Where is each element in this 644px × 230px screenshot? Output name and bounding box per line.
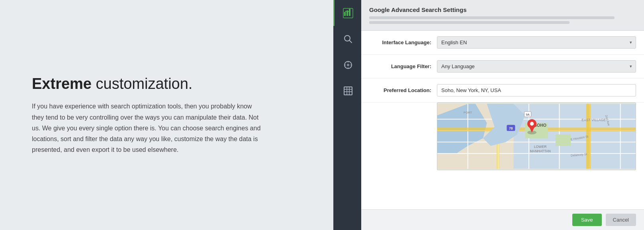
language-filter-control: Any Language (437, 60, 636, 73)
preferred-location-label: Preferred Location: (369, 87, 437, 93)
headline-rest: customization. (92, 75, 192, 92)
panel-body: Interface Language: English EN Language … (361, 31, 644, 209)
desc-line-2 (369, 21, 570, 24)
sidebar-item-table[interactable] (333, 78, 361, 104)
preferred-location-row: Preferred Location: (361, 79, 644, 102)
main-panel: Google Advanced Search Settings Interfac… (361, 0, 644, 230)
map-container[interactable]: 78 9A SOHO LOWER MANHATTAN EAST VILLAGE … (437, 102, 636, 170)
headline-bold: Extreme (32, 75, 92, 92)
left-content-section: Extreme customization. If you have exper… (0, 0, 333, 230)
cancel-button[interactable]: Cancel (606, 214, 636, 226)
panel-footer: Save Cancel (361, 209, 644, 230)
sidebar-item-search[interactable] (333, 26, 361, 52)
panel-title: Google Advanced Search Settings (369, 6, 636, 13)
interface-language-select-wrapper[interactable]: English EN (437, 36, 636, 49)
svg-text:LOWER: LOWER (534, 145, 547, 149)
preferred-location-control (437, 84, 636, 96)
language-filter-select[interactable]: Any Language (437, 60, 636, 73)
svg-text:78: 78 (509, 126, 513, 130)
interface-language-select[interactable]: English EN (437, 36, 636, 49)
language-filter-label: Language Filter: (369, 63, 437, 69)
right-section: Google Advanced Search Settings Interfac… (333, 0, 644, 230)
svg-point-7 (347, 64, 349, 66)
body-paragraph: If you have experience with search optim… (32, 101, 263, 155)
save-button[interactable]: Save (572, 214, 602, 226)
svg-rect-12 (344, 87, 352, 95)
svg-text:MANHATTAN: MANHATTAN (530, 149, 550, 153)
svg-rect-36 (556, 134, 571, 146)
search-icon (343, 34, 353, 44)
map-svg: 78 9A SOHO LOWER MANHATTAN EAST VILLAGE … (437, 103, 636, 170)
desc-line-1 (369, 16, 615, 19)
sidebar-item-chart[interactable] (333, 0, 361, 26)
interface-language-control: English EN (437, 36, 636, 49)
language-filter-row: Language Filter: Any Language (361, 55, 644, 79)
headline: Extreme customization. (32, 75, 301, 93)
svg-point-51 (530, 122, 534, 126)
sidebar-item-compass[interactable] (333, 52, 361, 78)
svg-line-5 (349, 40, 352, 43)
panel-header: Google Advanced Search Settings (361, 0, 644, 31)
interface-language-row: Interface Language: English EN (361, 31, 644, 55)
interface-language-label: Interface Language: (369, 39, 437, 45)
chart-icon (343, 8, 353, 18)
sidebar (333, 0, 361, 230)
language-filter-select-wrapper[interactable]: Any Language (437, 60, 636, 73)
svg-text:9A: 9A (526, 113, 530, 116)
compass-icon (343, 60, 353, 70)
svg-text:PORT: PORT (464, 111, 472, 114)
table-icon (343, 86, 353, 96)
panel-description-lines (369, 16, 636, 24)
svg-text:EAST VILLAGE: EAST VILLAGE (581, 118, 606, 122)
preferred-location-input[interactable] (437, 84, 636, 96)
